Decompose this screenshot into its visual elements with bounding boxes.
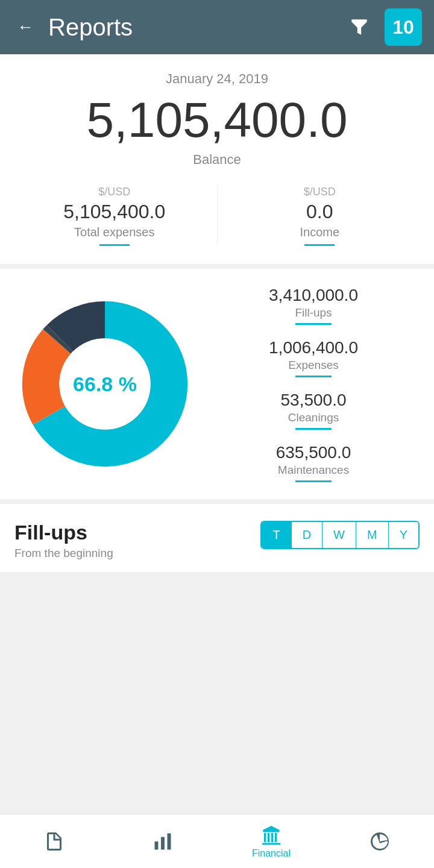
bottom-nav: Financial [0,814,434,868]
filter-button[interactable] [344,11,375,43]
balance-value: 5,105,400.0 [18,93,416,147]
svg-rect-0 [155,841,159,850]
income-amount: 0.0 [224,201,417,223]
fillups-tabs: T D W M Y [260,521,420,549]
balance-label: Balance [18,152,416,168]
legend-fillups-label: Fill-ups [207,306,420,319]
back-button[interactable]: ← [12,13,39,42]
legend-fillups: 3,410,000.0 Fill-ups [207,286,420,325]
expenses-label: Total expenses [18,225,211,239]
bank-icon [260,824,282,846]
fillups-section: Fill-ups From the beginning T D W M Y [0,504,434,572]
donut-chart: 66.8 % [20,300,189,468]
legend-maintenances: 635,500.0 Maintenances [207,443,420,482]
tab-T[interactable]: T [262,522,291,548]
income-item: $/USD 0.0 Income [224,186,417,246]
legend-expenses: 1,006,400.0 Expenses [207,338,420,377]
fillups-header: Fill-ups From the beginning T D W M Y [14,521,420,560]
document-icon [43,831,65,852]
tab-Y[interactable]: Y [389,522,418,548]
summary-date: January 24, 2019 [18,71,416,87]
tab-W[interactable]: W [322,522,356,548]
pie-chart-icon [369,831,391,852]
tab-M[interactable]: M [356,522,389,548]
summary-divider [217,186,218,246]
income-underline [304,244,335,246]
nav-charts[interactable] [108,825,217,858]
chart-legend: 3,410,000.0 Fill-ups 1,006,400.0 Expense… [207,286,420,482]
page-title: Reports [48,14,334,41]
nav-financial[interactable]: Financial [217,818,326,865]
legend-maintenances-label: Maintenances [207,464,420,477]
svg-rect-1 [161,837,165,849]
donut-center: 66.8 % [73,373,137,396]
legend-cleanings-underline [295,428,332,430]
badge-button[interactable]: 10 [385,8,422,46]
nav-reports[interactable] [0,825,108,858]
svg-rect-2 [168,833,171,849]
bar-chart-icon [152,831,174,852]
legend-fillups-value: 3,410,000.0 [207,286,420,305]
nav-pie[interactable] [326,825,434,858]
legend-expenses-value: 1,006,400.0 [207,338,420,357]
nav-financial-label: Financial [252,848,291,859]
filter-icon [348,16,371,39]
legend-maintenances-value: 635,500.0 [207,443,420,462]
fillups-subtitle: From the beginning [14,547,113,560]
fillups-title: Fill-ups [14,521,113,544]
legend-expenses-label: Expenses [207,359,420,372]
chart-left: 66.8 % [14,300,195,468]
income-label: Income [224,225,417,239]
legend-maintenances-underline [295,480,332,482]
expenses-amount: 5,105,400.0 [18,201,211,223]
chart-card: 66.8 % 3,410,000.0 Fill-ups 1,006,400.0 … [0,269,434,499]
fillups-title-block: Fill-ups From the beginning [14,521,113,560]
legend-cleanings-label: Cleanings [207,411,420,424]
legend-fillups-underline [295,323,332,325]
legend-expenses-underline [295,376,332,377]
expenses-item: $/USD 5,105,400.0 Total expenses [18,186,211,246]
legend-cleanings: 53,500.0 Cleanings [207,391,420,430]
legend-cleanings-value: 53,500.0 [207,391,420,410]
summary-card: January 24, 2019 5,105,400.0 Balance $/U… [0,54,434,264]
expenses-underline [99,244,130,246]
header: ← Reports 10 [0,0,434,54]
income-currency: $/USD [224,186,417,198]
expenses-currency: $/USD [18,186,211,198]
summary-row: $/USD 5,105,400.0 Total expenses $/USD 0… [18,186,416,246]
tab-D[interactable]: D [292,522,322,548]
